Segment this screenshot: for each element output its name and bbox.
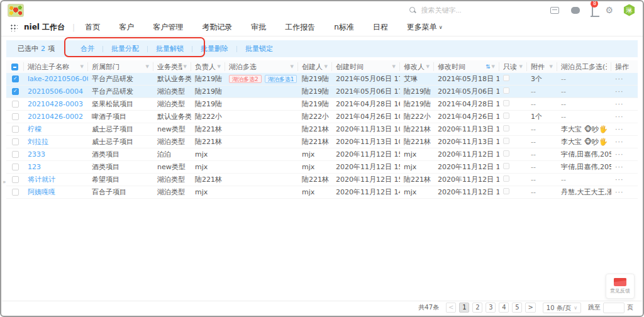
- cell-name[interactable]: 20210506-0004: [24, 87, 88, 96]
- column-header[interactable]: 湖泊多选▼: [225, 62, 298, 71]
- select-all-checkbox[interactable]: [11, 64, 18, 70]
- sort-icon[interactable]: ⇅: [486, 64, 491, 70]
- batch-action-button[interactable]: 批量锁定: [237, 44, 281, 53]
- column-header[interactable]: 附件▼: [527, 62, 557, 71]
- readonly-checkbox[interactable]: [503, 87, 509, 94]
- card-icon[interactable]: [550, 7, 559, 14]
- next-page-button[interactable]: >: [525, 303, 535, 313]
- page-button-1[interactable]: 1: [459, 303, 469, 313]
- avatar[interactable]: 琳: [623, 4, 635, 16]
- row-actions-button[interactable]: ···: [615, 163, 624, 171]
- cell-name[interactable]: 刘拉拉: [24, 137, 88, 147]
- nav-item[interactable]: n标准: [334, 22, 354, 33]
- readonly-checkbox[interactable]: [503, 163, 509, 169]
- cell-department: 希望项目: [88, 175, 153, 184]
- global-search[interactable]: [409, 6, 490, 14]
- row-actions-button[interactable]: ···: [615, 87, 624, 96]
- cell-name[interactable]: 将计就计: [24, 175, 88, 184]
- row-actions-button[interactable]: ···: [615, 125, 624, 133]
- filter-icon[interactable]: ▼: [519, 64, 523, 69]
- company-logo-icon[interactable]: [8, 4, 24, 17]
- row-actions-button[interactable]: ···: [615, 175, 624, 184]
- filter-icon[interactable]: ▼: [184, 64, 187, 69]
- filter-icon[interactable]: ▼: [426, 64, 430, 69]
- row-checkbox[interactable]: [12, 126, 19, 133]
- nav-item[interactable]: 首页: [85, 22, 100, 33]
- row-checkbox[interactable]: [12, 101, 19, 108]
- row-checkbox[interactable]: [12, 138, 19, 145]
- row-checkbox[interactable]: [12, 176, 19, 183]
- jump-page-input[interactable]: [603, 303, 625, 313]
- nav-item[interactable]: 考勤记录: [202, 22, 232, 33]
- readonly-checkbox[interactable]: [503, 125, 509, 131]
- readonly-checkbox[interactable]: [503, 75, 509, 81]
- readonly-checkbox[interactable]: [503, 188, 509, 194]
- cell-name[interactable]: 2333: [24, 150, 88, 158]
- readonly-checkbox[interactable]: [503, 150, 509, 157]
- chat-icon[interactable]: [571, 7, 580, 14]
- column-header[interactable]: 湖泊主子名称▼: [24, 62, 88, 71]
- cell-name[interactable]: 柠檬: [24, 125, 88, 134]
- page-size-select[interactable]: 10 条/页 ∨: [543, 303, 581, 313]
- column-header[interactable]: 修改人▼: [400, 62, 434, 71]
- batch-action-button[interactable]: 批量分配: [103, 44, 147, 53]
- page-button-2[interactable]: 2: [472, 303, 482, 313]
- row-actions-button[interactable]: ···: [615, 100, 624, 108]
- readonly-checkbox[interactable]: [503, 113, 509, 119]
- column-header[interactable]: 创建时间▼: [332, 62, 400, 71]
- nav-item[interactable]: 日程: [373, 22, 388, 33]
- readonly-checkbox[interactable]: [503, 175, 509, 182]
- nav-item[interactable]: 客户: [119, 22, 134, 33]
- notifications[interactable]: 8: [592, 4, 593, 16]
- page-button-3[interactable]: 3: [486, 303, 496, 313]
- gear-icon[interactable]: ⚙: [605, 6, 613, 14]
- filter-icon[interactable]: ▼: [325, 64, 328, 69]
- nav-item[interactable]: 客户管理: [153, 22, 183, 33]
- row-checkbox[interactable]: [12, 164, 19, 170]
- page-button-4[interactable]: 4: [499, 303, 509, 313]
- apps-grid-icon[interactable]: [10, 24, 18, 31]
- workspace-title[interactable]: niel 工作台: [24, 22, 65, 33]
- row-checkbox[interactable]: [12, 189, 19, 196]
- filter-icon[interactable]: ▼: [492, 64, 495, 69]
- filter-icon[interactable]: ▼: [392, 64, 396, 69]
- column-header[interactable]: 所属部门▼: [88, 62, 153, 71]
- row-actions-button[interactable]: ···: [615, 113, 624, 121]
- row-actions-button[interactable]: ···: [615, 138, 624, 146]
- batch-action-button[interactable]: 合并: [72, 44, 103, 53]
- search-input[interactable]: [421, 6, 490, 14]
- batch-action-button[interactable]: 批量解锁: [148, 44, 192, 53]
- filter-icon[interactable]: ▼: [550, 64, 553, 69]
- readonly-checkbox[interactable]: [503, 138, 509, 144]
- filter-icon[interactable]: ▼: [218, 64, 221, 69]
- page-button-5[interactable]: 5: [512, 303, 522, 313]
- sidebar-expand-handle[interactable]: »: [3, 179, 6, 185]
- column-header[interactable]: 修改时间⇅▼: [434, 62, 499, 71]
- column-header[interactable]: 只读▼: [499, 62, 527, 71]
- cell-name[interactable]: 123: [24, 163, 88, 171]
- row-actions-button[interactable]: ···: [615, 150, 624, 158]
- row-checkbox[interactable]: [12, 75, 19, 82]
- row-checkbox[interactable]: [12, 113, 19, 120]
- column-header[interactable]: 创建人▼: [298, 62, 332, 71]
- row-actions-button[interactable]: ···: [615, 188, 624, 196]
- row-checkbox[interactable]: [12, 151, 19, 158]
- nav-item[interactable]: 工作报告: [285, 22, 315, 33]
- row-actions-button[interactable]: ···: [615, 75, 624, 83]
- filter-icon[interactable]: ▼: [80, 64, 84, 69]
- filter-icon[interactable]: ▼: [291, 64, 294, 69]
- row-checkbox[interactable]: [12, 88, 19, 95]
- batch-action-button[interactable]: 批量删除: [192, 44, 236, 53]
- nav-item[interactable]: 审批: [251, 22, 266, 33]
- filter-icon[interactable]: ▼: [146, 64, 149, 69]
- prev-page-button[interactable]: <: [446, 303, 456, 313]
- cell-name[interactable]: 阿姨嘎嘎: [24, 187, 88, 197]
- cell-name[interactable]: lake-20210506-0005: [24, 75, 88, 83]
- column-header[interactable]: 负责人▼: [191, 62, 225, 71]
- cell-name[interactable]: 20210426-0002: [24, 113, 88, 121]
- readonly-checkbox[interactable]: [503, 100, 509, 106]
- feedback-button[interactable]: 意见反馈: [606, 274, 635, 299]
- column-header[interactable]: 业务类型▼: [153, 62, 191, 71]
- cell-name[interactable]: 20210428-0003: [24, 100, 88, 108]
- nav-item-more-menu[interactable]: 更多菜单 ∨: [407, 22, 443, 33]
